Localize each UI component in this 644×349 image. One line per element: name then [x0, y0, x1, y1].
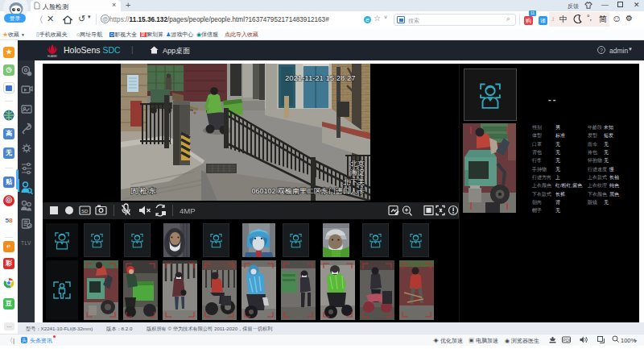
- svg-text:TLV: TLV: [21, 240, 31, 246]
- svg-text:SD: SD: [81, 209, 89, 214]
- svg-text:固 枪 东: 固 枪 东: [130, 187, 156, 195]
- svg-text:北下关: 北下关: [343, 178, 365, 186]
- svg-text:海淀: 海淀: [350, 168, 365, 177]
- svg-text:HUAWEI: HUAWEI: [47, 55, 57, 58]
- svg-text:060102 双榆南里二区东门进口人卡: 060102 双榆南里二区东门进口人卡: [251, 187, 365, 195]
- svg-text:PDF: PDF: [563, 338, 571, 343]
- svg-text:4MP: 4MP: [180, 206, 196, 215]
- svg-text:2021-11-21 15:28:27: 2021-11-21 15:28:27: [285, 73, 356, 82]
- svg-text:北京: 北京: [350, 160, 365, 168]
